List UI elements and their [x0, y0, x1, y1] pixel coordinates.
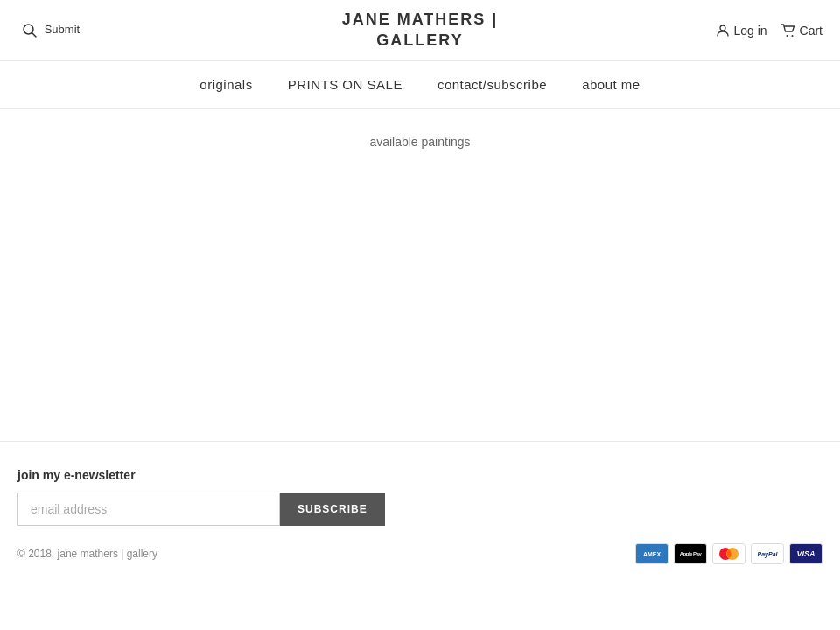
- cart-link[interactable]: Cart: [780, 24, 822, 38]
- page-subtitle: available paintings: [18, 135, 822, 149]
- applepay-icon: Apple Pay: [674, 543, 707, 564]
- svg-line-1: [32, 32, 37, 37]
- paypal-icon: PayPal: [751, 543, 784, 564]
- nav-item-about[interactable]: about me: [582, 77, 640, 92]
- cart-label: Cart: [800, 24, 822, 38]
- amex-icon: AMEX: [635, 543, 668, 564]
- search-icon: [22, 23, 38, 38]
- copyright: © 2018, jane mathers | gallery: [18, 548, 158, 560]
- nav-item-prints[interactable]: PRINTS ON SALE: [288, 77, 402, 92]
- footer-bottom: © 2018, jane mathers | gallery AMEX Appl…: [18, 543, 822, 564]
- newsletter-section: join my e-newsletter SUBSCRIBE: [18, 468, 822, 526]
- person-icon: [716, 24, 730, 38]
- header-left: Submit: [18, 18, 84, 43]
- login-link[interactable]: Log in: [716, 24, 766, 38]
- newsletter-form: SUBSCRIBE: [18, 493, 822, 526]
- mastercard-svg: [717, 546, 741, 562]
- site-footer: join my e-newsletter SUBSCRIBE © 2018, j…: [0, 441, 840, 582]
- svg-point-2: [720, 25, 725, 31]
- nav-item-contact[interactable]: contact/subscribe: [438, 77, 547, 92]
- payment-icons: AMEX Apple Pay PayPal VISA: [635, 543, 822, 564]
- mastercard-icon: [712, 543, 746, 564]
- newsletter-title: join my e-newsletter: [18, 468, 822, 482]
- visa-icon: VISA: [789, 543, 822, 564]
- site-title-line2: GALLERY: [376, 32, 463, 49]
- header-right: Log in Cart: [716, 24, 822, 38]
- main-nav: originals PRINTS ON SALE contact/subscri…: [0, 61, 840, 108]
- site-title-block: JANE MATHERS | GALLERY: [342, 10, 499, 51]
- subscribe-button[interactable]: SUBSCRIBE: [280, 493, 385, 526]
- site-title-line1: JANE MATHERS |: [342, 10, 499, 28]
- site-header: Submit JANE MATHERS | GALLERY Log in Car…: [0, 0, 840, 61]
- search-label: Submit: [45, 23, 80, 36]
- svg-point-4: [791, 35, 793, 37]
- login-label: Log in: [733, 24, 766, 38]
- main-content: available paintings: [0, 108, 840, 441]
- search-button[interactable]: Submit: [18, 18, 84, 43]
- email-input[interactable]: [18, 493, 280, 526]
- svg-point-3: [786, 35, 788, 37]
- cart-icon: [780, 24, 796, 38]
- site-title: JANE MATHERS | GALLERY: [342, 10, 499, 51]
- nav-item-originals[interactable]: originals: [200, 77, 252, 92]
